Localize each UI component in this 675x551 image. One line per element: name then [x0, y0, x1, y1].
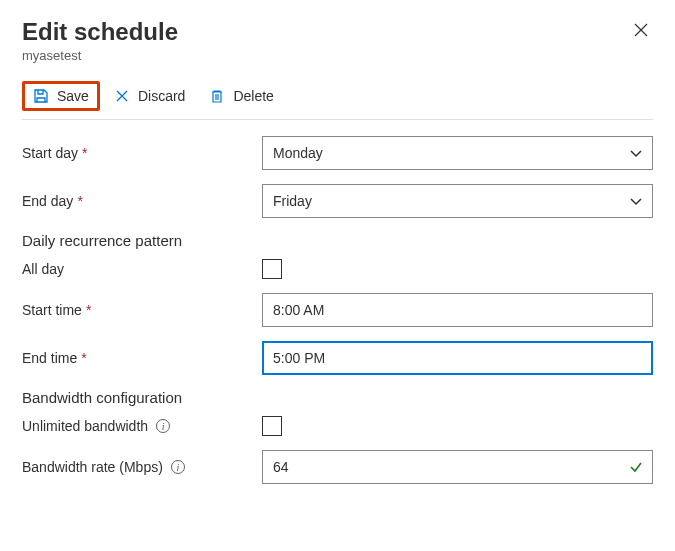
bandwidth-rate-label: Bandwidth rate (Mbps) i [22, 459, 262, 475]
delete-label: Delete [233, 88, 273, 104]
discard-label: Discard [138, 88, 185, 104]
start-time-label: Start time* [22, 302, 262, 318]
end-day-select[interactable]: Friday [262, 184, 653, 218]
subtitle: myasetest [22, 48, 178, 63]
bandwidth-rate-input[interactable]: 64 [262, 450, 653, 484]
close-button[interactable] [629, 18, 653, 45]
close-icon [633, 22, 649, 38]
end-day-label: End day* [22, 193, 262, 209]
start-day-select[interactable]: Monday [262, 136, 653, 170]
end-time-input[interactable]: 5:00 PM [262, 341, 653, 375]
toolbar: Save Discard Delete [22, 81, 653, 120]
unlimited-bandwidth-checkbox[interactable] [262, 416, 282, 436]
start-day-label: Start day* [22, 145, 262, 161]
bandwidth-header: Bandwidth configuration [22, 389, 653, 406]
delete-icon [209, 88, 225, 104]
info-icon[interactable]: i [156, 419, 170, 433]
start-time-input[interactable]: 8:00 AM [262, 293, 653, 327]
end-time-label: End time* [22, 350, 262, 366]
delete-button[interactable]: Delete [199, 82, 283, 110]
info-icon[interactable]: i [171, 460, 185, 474]
all-day-checkbox[interactable] [262, 259, 282, 279]
save-button[interactable]: Save [22, 81, 100, 111]
page-title: Edit schedule [22, 18, 178, 46]
discard-icon [114, 88, 130, 104]
all-day-label: All day [22, 261, 262, 277]
unlimited-bandwidth-label: Unlimited bandwidth i [22, 418, 262, 434]
save-label: Save [57, 88, 89, 104]
recurrence-header: Daily recurrence pattern [22, 232, 653, 249]
save-icon [33, 88, 49, 104]
discard-button[interactable]: Discard [104, 82, 195, 110]
